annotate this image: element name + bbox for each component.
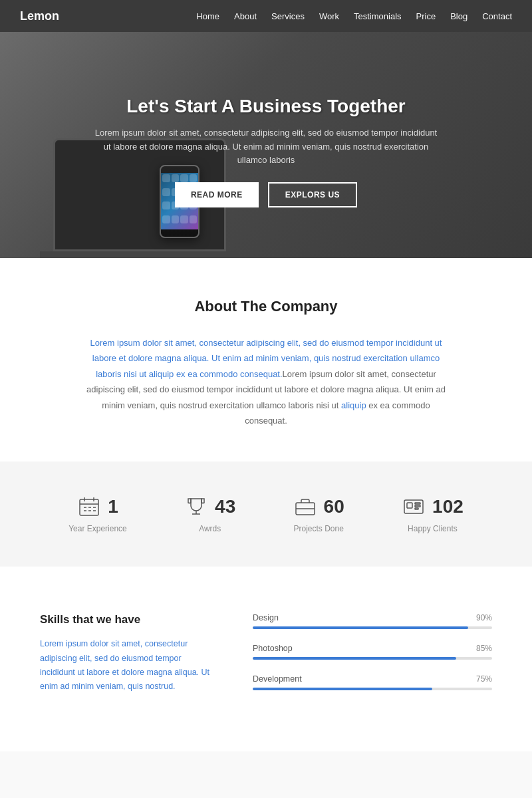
hero-buttons: READ MORE EXPLORS US: [93, 182, 439, 207]
stat-awards: 43 Awrds: [184, 495, 235, 533]
about-text-content: Lorem ipsum dolor sit amet, consectetur …: [90, 338, 442, 379]
stat-clients-number: 102: [432, 496, 464, 517]
nav-links: Home About Services Work Testimonials Pr…: [196, 10, 512, 22]
skill-development: Development 75%: [253, 674, 492, 690]
nav-logo[interactable]: Lemon: [20, 9, 59, 23]
svg-rect-15: [407, 503, 412, 508]
navbar: Lemon Home About Services Work Testimoni…: [0, 0, 532, 32]
hero-section: Let's Start A Business Together Lorem ip…: [0, 32, 532, 258]
stat-clients: 102 Happy Clients: [402, 495, 464, 533]
skills-title: Skills that we have: [40, 613, 213, 626]
stats-section: 1 Year Experience 43 Awrds: [0, 462, 532, 567]
skill-design: Design 90%: [253, 613, 492, 629]
svg-rect-16: [415, 503, 420, 504]
nav-contact[interactable]: Contact: [482, 11, 512, 21]
briefcase-icon: [293, 495, 317, 519]
skill-design-bar-fill: [253, 626, 468, 629]
read-more-button[interactable]: READ MORE: [175, 182, 259, 207]
skill-photoshop: Photoshop 85%: [253, 644, 492, 660]
calendar-icon: [77, 495, 101, 519]
skill-development-name: Development: [253, 674, 302, 684]
nav-services[interactable]: Services: [271, 11, 305, 21]
skills-right: Design 90% Photoshop 85% Development 75%: [253, 613, 492, 705]
skills-section: Skills that we have Lorem ipsum dolor si…: [0, 567, 532, 751]
stat-awards-label: Awrds: [199, 524, 221, 533]
stat-clients-top: 102: [402, 495, 464, 519]
hero-subtitle: Lorem ipsum dolor sit amet, consectetur …: [93, 126, 439, 168]
trophy-icon: [184, 495, 208, 519]
skills-desc: Lorem ipsum dolor sit amet, consectetur …: [40, 637, 213, 694]
skill-design-pct: 90%: [476, 613, 492, 622]
stat-experience-number: 1: [108, 496, 118, 517]
nav-testimonials[interactable]: Testimonials: [354, 11, 402, 21]
hero-title: Let's Start A Business Together: [93, 96, 439, 117]
skill-photoshop-bar-bg: [253, 657, 492, 660]
stat-projects-number: 60: [324, 496, 344, 517]
laptop-base: [40, 251, 239, 258]
explore-button[interactable]: EXPLORS US: [268, 182, 357, 207]
skill-development-bar-bg: [253, 688, 492, 690]
stat-clients-label: Happy Clients: [408, 524, 458, 533]
nav-work[interactable]: Work: [319, 11, 339, 21]
skills-left: Skills that we have Lorem ipsum dolor si…: [40, 613, 213, 694]
skill-photoshop-name: Photoshop: [253, 644, 293, 653]
clients-icon: [402, 495, 426, 519]
svg-rect-18: [415, 508, 418, 509]
nav-about[interactable]: About: [234, 11, 257, 21]
about-section: About The Company Lorem ipsum dolor sit …: [0, 258, 532, 462]
stat-projects: 60 Projects Done: [293, 495, 344, 533]
nav-blog[interactable]: Blog: [450, 11, 467, 21]
skill-photoshop-bar-fill: [253, 657, 456, 660]
stat-experience-label: Year Experience: [68, 524, 127, 533]
hero-content: Let's Start A Business Together Lorem ip…: [93, 96, 439, 207]
nav-price[interactable]: Price: [416, 11, 436, 21]
stat-awards-number: 43: [215, 496, 235, 517]
stat-awards-top: 43: [184, 495, 235, 519]
skill-design-name: Design: [253, 613, 279, 622]
about-text: Lorem ipsum dolor sit amet, consectetur …: [80, 335, 452, 428]
stat-experience: 1 Year Experience: [68, 495, 127, 533]
stat-projects-top: 60: [293, 495, 344, 519]
about-title: About The Company: [66, 298, 466, 315]
stat-projects-label: Projects Done: [293, 524, 343, 533]
stat-experience-top: 1: [77, 495, 118, 519]
services-section: Amazing Services Strategy & Consulting L…: [0, 751, 532, 798]
skill-development-pct: 75%: [476, 674, 492, 684]
svg-rect-17: [415, 505, 420, 507]
skill-development-bar-fill: [253, 688, 432, 690]
skill-design-bar-bg: [253, 626, 492, 629]
skill-photoshop-pct: 85%: [476, 644, 492, 653]
nav-home[interactable]: Home: [196, 11, 219, 21]
